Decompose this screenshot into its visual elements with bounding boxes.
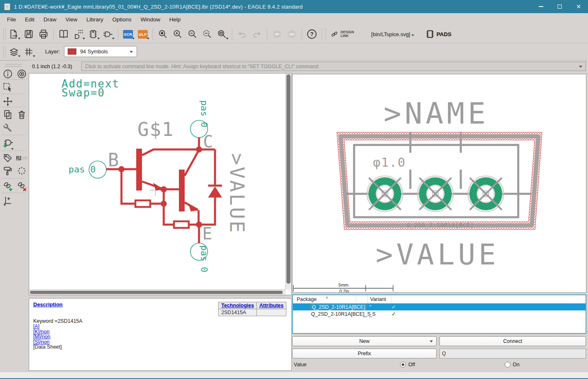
app-icon: [4, 3, 10, 10]
group-select-tool-button[interactable]: [2, 81, 14, 93]
table-row[interactable]: Q_2SD_2-10R1A[BCE]_S _S ✓: [293, 310, 586, 317]
cursor-coordinates: 0.1 inch (1.2 -0.3): [29, 64, 79, 69]
zoom-out-button[interactable]: [186, 28, 199, 41]
info-tool-button[interactable]: [2, 68, 14, 80]
prefix-field[interactable]: Q: [439, 349, 586, 358]
ltspice-label: [bin/LTspice.svg]: [371, 31, 410, 37]
technology-value[interactable]: 2SD1415A: [219, 309, 257, 316]
description-panel: Description Keyword =2SD1415A [A] [K]/no…: [29, 298, 292, 371]
table-row[interactable]: Q_2SD_2-10R1A[BCE] '' ✓: [293, 303, 586, 310]
menu-draw[interactable]: Draw: [39, 15, 61, 24]
grid-button[interactable]: [22, 45, 35, 58]
close-button[interactable]: ✕: [569, 0, 588, 13]
pin-c-name: C: [203, 132, 213, 151]
redo-button[interactable]: [250, 28, 263, 41]
approved-check-icon: ✓: [391, 304, 396, 310]
run-script-button[interactable]: SCR: [121, 28, 135, 41]
edit-device-button[interactable]: [72, 28, 85, 41]
symbol-vertical-scrollbar[interactable]: [285, 74, 291, 289]
zoom-select-button[interactable]: [201, 28, 214, 41]
svg-text:?: ?: [310, 31, 314, 37]
ltspice-button[interactable]: [bin/LTspice.svg]: [369, 28, 416, 41]
print-button[interactable]: [37, 28, 50, 41]
column-header-package[interactable]: Package ∧: [293, 295, 356, 303]
menu-options[interactable]: Options: [108, 15, 136, 24]
undo-icon: [237, 29, 247, 39]
zoom-redraw-button[interactable]: [215, 28, 229, 41]
command-line-input[interactable]: Click to activate command line mode. Hin…: [81, 62, 586, 71]
package-value-placeholder: >VALUE: [376, 238, 499, 271]
symbol-drawing: Add=next Swap=0 G$1 >VALUE pas 0 pas 0 p…: [29, 74, 285, 289]
wrench-icon: [2, 123, 13, 133]
edit-symbol-button[interactable]: [101, 28, 114, 41]
undo-button[interactable]: [236, 28, 249, 41]
package-preview-canvas[interactable]: >NAME φ1.0 B C: [292, 74, 586, 293]
show-tool-button[interactable]: [16, 68, 27, 80]
scr-icon: SCR: [123, 30, 133, 39]
attributes-header-link[interactable]: Attributes: [259, 303, 284, 308]
menu-window[interactable]: Window: [136, 15, 165, 24]
value-off-radio[interactable]: Off: [400, 362, 415, 368]
help-button[interactable]: ?: [305, 28, 318, 41]
column-header-variant[interactable]: Variant: [368, 295, 391, 303]
pads-button[interactable]: PADS: [423, 28, 454, 41]
stop-button[interactable]: [270, 28, 284, 41]
copy-tool-button[interactable]: [2, 109, 14, 120]
link-icon: [330, 30, 339, 39]
description-title-link[interactable]: Description: [33, 301, 63, 308]
pad-c: C: [417, 176, 453, 212]
layer-settings-button[interactable]: [7, 45, 21, 58]
menu-edit[interactable]: Edit: [21, 15, 39, 24]
design-link-button[interactable]: DESIGNLINK: [327, 28, 357, 41]
scale-in-label: 0.2in: [339, 289, 349, 292]
smash-icon: [16, 165, 27, 176]
zoom-select-icon: [202, 29, 213, 39]
table-header: Package ∧ Variant: [293, 295, 586, 303]
scale-mm-label: 5mm: [339, 283, 348, 287]
minimize-button[interactable]: [531, 0, 550, 13]
link-add-tool-button[interactable]: [2, 180, 14, 192]
prefix-button[interactable]: Prefix: [292, 349, 437, 358]
save-button[interactable]: [22, 28, 35, 41]
name-tool-button[interactable]: [2, 152, 14, 164]
symbol-editor-canvas[interactable]: Add=next Swap=0 G$1 >VALUE pas 0 pas 0 p…: [29, 73, 292, 295]
move-tool-button[interactable]: [2, 96, 14, 107]
package-name: Q_2SD_2-10R1A[BCE]: [311, 304, 366, 310]
menu-help[interactable]: Help: [165, 15, 185, 24]
connect-button[interactable]: Connect: [439, 336, 586, 346]
edit-package-button[interactable]: [87, 28, 100, 41]
value-tool-button[interactable]: R2 10k: [16, 152, 27, 164]
crosshair-cursor: [150, 185, 161, 196]
package-name-placeholder: >NAME: [384, 96, 489, 131]
menu-library[interactable]: Library: [82, 15, 108, 24]
main-toolbar: SCR ULP GO ? DESIGNLINK: [0, 25, 588, 43]
paint-tool-button[interactable]: [2, 165, 14, 177]
menu-file[interactable]: File: [2, 15, 21, 24]
delete-tool-button[interactable]: [16, 109, 27, 120]
layer-label: Layer:: [45, 48, 60, 55]
new-package-button[interactable]: New: [292, 336, 437, 346]
zoom-in-button[interactable]: [171, 28, 184, 41]
approved-check-icon: ✓: [391, 311, 396, 317]
run-ulp-button[interactable]: ULP: [136, 28, 149, 41]
smash-tool-button[interactable]: [16, 165, 27, 177]
mark-origin-tool-button[interactable]: [2, 195, 14, 206]
maximize-button[interactable]: [550, 0, 569, 13]
layer-select[interactable]: 94 Symbols: [64, 46, 137, 57]
go-button[interactable]: GO: [285, 28, 298, 41]
link-remove-tool-button[interactable]: [16, 180, 27, 192]
symbol-horizontal-scrollbar[interactable]: [29, 289, 286, 295]
layer-selected-value: 94 Symbols: [80, 48, 108, 55]
value-on-radio[interactable]: On: [505, 362, 520, 368]
change-tool-button[interactable]: [2, 122, 14, 134]
zoom-fit-button[interactable]: [156, 28, 169, 41]
menu-view[interactable]: View: [61, 15, 82, 24]
add-part-tool-button[interactable]: [2, 138, 14, 149]
command-row: 0.1 inch (1.2 -0.3) Click to activate co…: [0, 60, 588, 72]
library-button[interactable]: [57, 28, 70, 41]
pads-label: PADS: [437, 31, 452, 37]
pin-e-swaplevel: pas 0: [199, 245, 209, 272]
open-library-button[interactable]: [7, 28, 21, 41]
attribute-value[interactable]: [256, 309, 286, 316]
technologies-header-link[interactable]: Technologies: [221, 303, 254, 308]
